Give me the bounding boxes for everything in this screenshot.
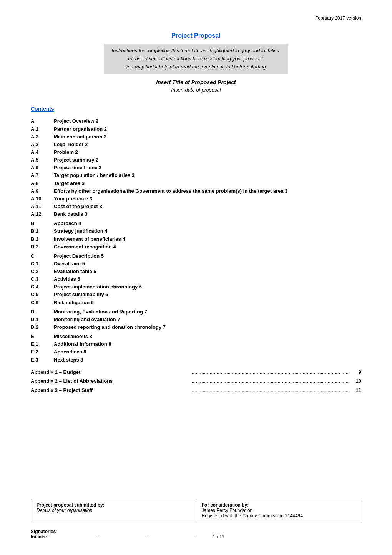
toc-item: A.6Project time frame 2 bbox=[31, 164, 361, 172]
table-of-contents: Contents AProject Overview 2A.1Partner o… bbox=[31, 106, 361, 402]
toc-item: EMiscellaneous 8 bbox=[31, 333, 361, 340]
toc-item: CProject Description 5 bbox=[31, 252, 361, 260]
instruction-line-3: You may find it helpful to read the temp… bbox=[111, 63, 280, 71]
toc-key: C.6 bbox=[31, 299, 54, 307]
toc-label: Approach 4 bbox=[54, 220, 361, 227]
toc-key: A bbox=[31, 117, 54, 125]
toc-key: E.3 bbox=[31, 356, 54, 364]
instructions-box: Instructions for completing this templat… bbox=[104, 44, 288, 74]
toc-label: Appendices 8 bbox=[54, 348, 361, 356]
appendix-label: Appendix 1 – Budget bbox=[31, 368, 190, 377]
toc-key: A.8 bbox=[31, 180, 54, 187]
toc-key: D.1 bbox=[31, 316, 54, 323]
appendix-dots: ........................................… bbox=[190, 386, 350, 395]
toc-item: A.2Main contact person 2 bbox=[31, 133, 361, 141]
toc-label: Miscellaneous 8 bbox=[54, 333, 361, 340]
toc-item: C.4Project implementation chronology 6 bbox=[31, 283, 361, 291]
title-section: Project Proposal Instructions for comple… bbox=[31, 32, 361, 99]
toc-item: B.3Government recognition 4 bbox=[31, 243, 361, 251]
appendix-dots: ........................................… bbox=[190, 377, 350, 385]
toc-key: A.9 bbox=[31, 187, 54, 195]
appendix-page: 10 bbox=[350, 377, 361, 385]
footer-right-line2: Registered with the Charity Commission 1… bbox=[202, 513, 356, 518]
toc-label: Overall aim 5 bbox=[54, 260, 361, 268]
signatories-label: Signatories' bbox=[31, 529, 224, 534]
toc-item: C.2Evaluation table 5 bbox=[31, 268, 361, 275]
toc-item: A.4Problem 2 bbox=[31, 148, 361, 156]
toc-key: C.5 bbox=[31, 291, 54, 298]
toc-label: Evaluation table 5 bbox=[54, 268, 361, 275]
toc-label: Monitoring and evaluation 7 bbox=[54, 316, 361, 323]
toc-key: E.2 bbox=[31, 348, 54, 356]
initials-label: Initials: bbox=[31, 534, 47, 540]
toc-label: Additional information 8 bbox=[54, 340, 361, 348]
toc-label: Project summary 2 bbox=[54, 156, 361, 164]
toc-label: Project sustainability 6 bbox=[54, 291, 361, 298]
toc-label: Partner organisation 2 bbox=[54, 125, 361, 133]
toc-item: A.11Cost of the project 3 bbox=[31, 203, 361, 210]
footer-right-line1: James Percy Foundation bbox=[202, 508, 356, 513]
toc-item: A.5Project summary 2 bbox=[31, 156, 361, 164]
toc-label: Legal holder 2 bbox=[54, 141, 361, 148]
toc-key: C.1 bbox=[31, 260, 54, 268]
toc-item: D.1Monitoring and evaluation 7 bbox=[31, 316, 361, 323]
toc-label: Monitoring, Evaluation and Reporting 7 bbox=[54, 308, 361, 316]
project-date: Insert date of proposal bbox=[31, 87, 361, 93]
toc-label: Your presence 3 bbox=[54, 195, 361, 203]
toc-key: A.12 bbox=[31, 210, 54, 218]
version-text: February 2017 version bbox=[31, 15, 361, 21]
toc-label: Main contact person 2 bbox=[54, 133, 361, 141]
toc-item: C.5Project sustainability 6 bbox=[31, 291, 361, 298]
toc-item: B.2Involvement of beneficiaries 4 bbox=[31, 235, 361, 243]
toc-item: BApproach 4 bbox=[31, 220, 361, 227]
toc-key: A.5 bbox=[31, 156, 54, 164]
toc-item: C.1Overall aim 5 bbox=[31, 260, 361, 268]
toc-label: Risk mitigation 6 bbox=[54, 299, 361, 307]
toc-label: Government recognition 4 bbox=[54, 243, 361, 251]
project-title: Insert Title of Proposed Project bbox=[31, 79, 361, 85]
appendix-label: Appendix 3 – Project Staff bbox=[31, 386, 190, 395]
toc-key: C bbox=[31, 252, 54, 260]
toc-label: Target population / beneficiaries 3 bbox=[54, 172, 361, 179]
toc-label: Target area 3 bbox=[54, 180, 361, 187]
toc-key: A.3 bbox=[31, 141, 54, 148]
toc-label: Project Description 5 bbox=[54, 252, 361, 260]
toc-item: A.1Partner organisation 2 bbox=[31, 125, 361, 133]
toc-label: Project time frame 2 bbox=[54, 164, 361, 172]
toc-key: C.2 bbox=[31, 268, 54, 275]
toc-key: C.4 bbox=[31, 283, 54, 291]
main-title: Project Proposal bbox=[31, 32, 361, 39]
contents-heading: Contents bbox=[31, 106, 361, 112]
toc-key: A.11 bbox=[31, 203, 54, 210]
toc-item: A.9Efforts by other organisations/the Go… bbox=[31, 187, 361, 195]
toc-label: Proposed reporting and donation chronolo… bbox=[54, 323, 361, 331]
footer-section: Project proposal submitted by: Details o… bbox=[31, 499, 361, 522]
toc-label: Bank details 3 bbox=[54, 210, 361, 218]
toc-label: Activities 6 bbox=[54, 275, 361, 283]
toc-key: D bbox=[31, 308, 54, 316]
instruction-line-1: Instructions for completing this templat… bbox=[111, 47, 280, 55]
toc-label: Involvement of beneficiaries 4 bbox=[54, 235, 361, 243]
signatories-row: Signatories' Initials: 1 / 11 bbox=[31, 529, 361, 540]
toc-key: B.1 bbox=[31, 227, 54, 235]
instruction-line-2: Please delete all instructions before su… bbox=[111, 55, 280, 63]
toc-key: A.1 bbox=[31, 125, 54, 133]
footer-left-top: Project proposal submitted by: bbox=[37, 502, 191, 508]
appendix-page: 11 bbox=[350, 386, 361, 395]
toc-key: A.2 bbox=[31, 133, 54, 141]
toc-label: Efforts by other organisations/the Gover… bbox=[54, 187, 361, 195]
toc-item: AProject Overview 2 bbox=[31, 117, 361, 125]
toc-label: Problem 2 bbox=[54, 148, 361, 156]
toc-item: E.2Appendices 8 bbox=[31, 348, 361, 356]
toc-key: A.7 bbox=[31, 172, 54, 179]
toc-key: A.10 bbox=[31, 195, 54, 203]
footer-left-italic: Details of your organisation bbox=[37, 508, 191, 513]
toc-key: B bbox=[31, 220, 54, 227]
toc-key: A.6 bbox=[31, 164, 54, 172]
toc-label: Project implementation chronology 6 bbox=[54, 283, 361, 291]
appendix-dots: ........................................… bbox=[190, 368, 350, 377]
appendix-item: Appendix 2 – List of Abbreviations......… bbox=[31, 377, 361, 385]
toc-item: D.2Proposed reporting and donation chron… bbox=[31, 323, 361, 331]
appendix-page: 9 bbox=[350, 368, 361, 377]
toc-item: E.3Next steps 8 bbox=[31, 356, 361, 364]
